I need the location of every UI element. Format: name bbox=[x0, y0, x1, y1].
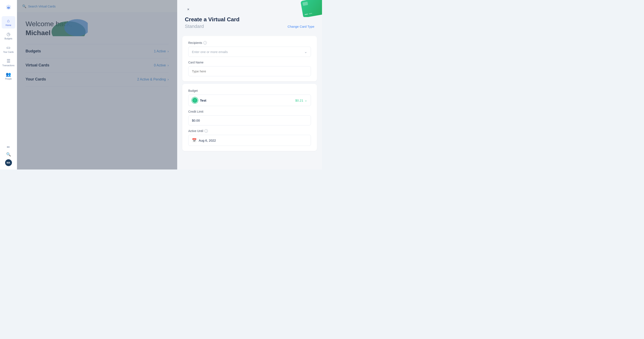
sidebar-item-transactions[interactable]: ☰ Transactions bbox=[2, 56, 15, 69]
close-icon: × bbox=[187, 7, 190, 12]
sidebar-item-label: Budgets bbox=[4, 38, 12, 40]
app-logo[interactable] bbox=[5, 4, 12, 11]
search-bottom-icon[interactable]: 🔍 bbox=[6, 152, 11, 157]
drawer-subtitle: Standard bbox=[185, 24, 204, 29]
recipients-label: Recipients i bbox=[188, 41, 311, 44]
active-until-date: Aug 6, 2022 bbox=[199, 138, 216, 142]
cards-icon: ▭ bbox=[6, 45, 10, 50]
recipients-info-icon[interactable]: i bbox=[204, 41, 207, 44]
budget-selector[interactable]: Test $0.21 ⌄ bbox=[188, 94, 311, 106]
create-card-drawer: × Create a Virtual Card Standard Change … bbox=[177, 0, 322, 170]
card-name-input[interactable] bbox=[188, 66, 311, 76]
transactions-icon: ☰ bbox=[6, 58, 10, 64]
sidebar-item-label: Transactions bbox=[2, 64, 14, 67]
drawer-title: Create a Virtual Card bbox=[185, 16, 314, 23]
recipients-chevron-icon: ⌄ bbox=[304, 50, 307, 54]
people-icon: 👥 bbox=[6, 72, 11, 77]
active-until-label: Active Until i bbox=[188, 129, 311, 133]
modal-overlay[interactable] bbox=[17, 0, 177, 170]
sidebar-item-people[interactable]: 👥 People bbox=[2, 70, 15, 82]
budget-chevron-icon: ⌄ bbox=[304, 98, 307, 102]
budget-row-left: Test bbox=[192, 97, 206, 103]
recipients-section: Recipients i Enter one or more emails ⌄ … bbox=[182, 36, 317, 81]
card-name-label: Card Name bbox=[188, 61, 311, 64]
budget-label: Budget bbox=[188, 89, 311, 92]
sidebar-item-your-cards[interactable]: ▭ Your Cards bbox=[2, 43, 15, 55]
sidebar-item-home[interactable]: ⌂ Home bbox=[2, 16, 15, 28]
sidebar-item-label: Your Cards bbox=[3, 51, 14, 53]
main-content: 🔍 Search Virtual Cards Welcome back, Mic… bbox=[17, 0, 177, 170]
recipients-input[interactable]: Enter one or more emails ⌄ bbox=[188, 47, 311, 57]
budget-dot-icon bbox=[192, 97, 198, 103]
budget-section: Budget Test $0.21 ⌄ Credit Limit Active … bbox=[182, 84, 317, 151]
decorative-card bbox=[300, 0, 322, 17]
card-decoration bbox=[298, 0, 322, 17]
avatar[interactable]: MA bbox=[5, 159, 12, 166]
home-icon: ⌂ bbox=[7, 18, 10, 23]
drawer-subtitle-row: Standard Change Card Type bbox=[185, 24, 314, 29]
active-until-selector[interactable]: 📅 Aug 6, 2022 bbox=[188, 135, 311, 146]
sidebar-item-label: Home bbox=[6, 24, 11, 26]
credit-limit-label: Credit Limit bbox=[188, 110, 311, 113]
sidebar-bottom: ✏ 🔍 MA bbox=[5, 145, 12, 166]
credit-limit-input[interactable] bbox=[188, 116, 311, 126]
change-card-type-button[interactable]: Change Card Type bbox=[288, 25, 314, 28]
edit-icon[interactable]: ✏ bbox=[7, 145, 10, 150]
active-until-info-icon[interactable]: i bbox=[204, 129, 208, 133]
sidebar: ⌂ Home ◷ Budgets ▭ Your Cards ☰ Transact… bbox=[0, 0, 17, 170]
budget-name: Test bbox=[200, 98, 206, 102]
calendar-icon: 📅 bbox=[192, 138, 196, 143]
recipients-placeholder: Enter one or more emails bbox=[192, 50, 228, 54]
budgets-icon: ◷ bbox=[6, 32, 10, 37]
sidebar-item-budgets[interactable]: ◷ Budgets bbox=[2, 30, 15, 42]
close-button[interactable]: × bbox=[185, 6, 192, 13]
budget-amount: $0.21 ⌄ bbox=[295, 98, 307, 102]
sidebar-item-label: People bbox=[5, 78, 12, 80]
